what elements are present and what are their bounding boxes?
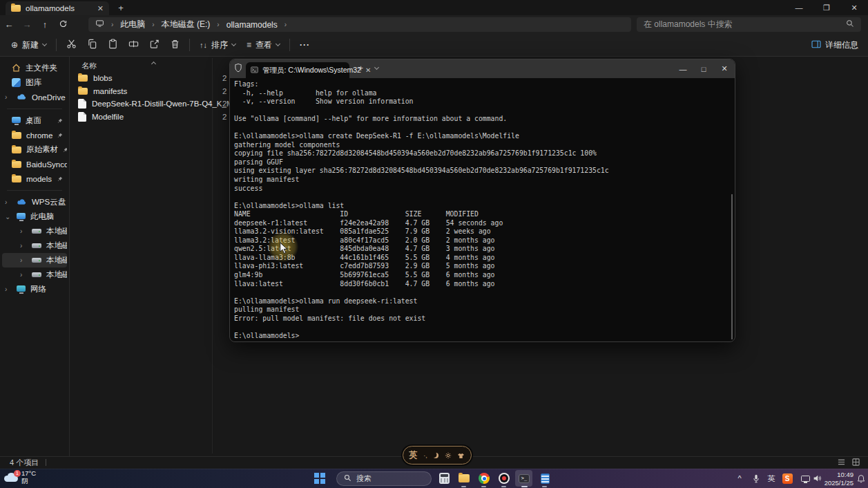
chevron-right-icon[interactable]: › — [20, 242, 27, 250]
tray-time: 10:49 — [820, 471, 853, 479]
details-pane-label: 详细信息 — [825, 39, 858, 51]
terminal-content-area[interactable]: Flags: -h, --help help for ollama -v, --… — [230, 78, 735, 342]
explorer-tab[interactable]: ollamamodels ✕ — [6, 1, 109, 15]
sidebar-item-models[interactable]: models — [2, 171, 67, 186]
chevron-right-icon[interactable]: › — [5, 198, 12, 206]
breadcrumb-folder[interactable]: ollamamodels — [226, 20, 278, 30]
chevron-right-icon[interactable]: › — [20, 271, 27, 279]
terminal-tab[interactable]: 管理员: C:\Windows\System32 ✕ — [246, 62, 349, 78]
terminal-window[interactable]: 管理员: C:\Windows\System32 ✕ + — □ ✕ Flags… — [229, 59, 735, 342]
taskbar-file-explorer[interactable] — [456, 471, 472, 485]
breadcrumb-this-pc[interactable]: 此电脑 — [120, 19, 145, 30]
terminal-titlebar[interactable]: 管理员: C:\Windows\System32 ✕ + — □ ✕ — [230, 59, 735, 78]
sidebar-item-home[interactable]: 主文件夹 — [2, 61, 67, 75]
weather-widget[interactable]: 1 17°C 阴 — [4, 470, 36, 485]
tray-notifications-bell-icon[interactable] — [853, 471, 868, 485]
sidebar-item-chrome[interactable]: chrome — [2, 128, 67, 142]
sort-button-label: 排序 — [211, 39, 228, 51]
pin-icon — [57, 131, 63, 140]
file-date: 2 — [222, 100, 226, 108]
weather-cloud-icon: 1 — [4, 473, 18, 482]
sidebar-item-baidusyncdisk[interactable]: BaiduSyncdisk — [2, 157, 67, 171]
minimize-button[interactable]: — — [785, 0, 813, 15]
view-list-icon[interactable] — [838, 458, 845, 467]
sidebar-item-desktop[interactable]: 桌面 — [2, 113, 67, 128]
toolbar-divider — [189, 39, 190, 51]
copy-icon[interactable] — [81, 39, 102, 52]
ime-skin-shirt-icon[interactable] — [457, 449, 465, 462]
search-icon[interactable] — [846, 19, 854, 30]
forward-button[interactable]: → — [18, 19, 36, 30]
sidebar-item-raw-assets[interactable]: 原始素材 — [2, 142, 67, 157]
cut-icon[interactable] — [61, 39, 81, 52]
close-button[interactable]: ✕ — [840, 0, 868, 15]
start-button[interactable] — [312, 471, 327, 485]
chevron-right-icon[interactable]: › — [20, 227, 27, 235]
ime-language-toggle[interactable]: 英 — [409, 449, 418, 461]
terminal-new-tab-button[interactable]: + — [358, 64, 363, 73]
share-icon[interactable] — [144, 39, 164, 52]
taskbar-recorder[interactable] — [496, 471, 512, 485]
chevron-right-icon[interactable]: › — [5, 93, 12, 101]
breadcrumb-drive[interactable]: 本地磁盘 (E:) — [162, 19, 211, 30]
sidebar-item-gallery[interactable]: 图库 — [2, 75, 67, 90]
terminal-tab-dropdown-icon[interactable] — [374, 65, 379, 70]
view-button[interactable]: ≡ 查看 — [241, 39, 285, 51]
terminal-scrollbar[interactable] — [731, 194, 733, 339]
terminal-tab-close-icon[interactable]: ✕ — [365, 66, 371, 74]
taskbar-notepad[interactable] — [537, 471, 552, 485]
tray-input-language[interactable]: 英 — [764, 471, 779, 485]
terminal-maximize-button[interactable]: □ — [693, 59, 714, 78]
windows-logo-icon — [314, 473, 325, 484]
taskbar-chrome[interactable] — [476, 471, 492, 485]
tray-hidden-icons-button[interactable]: ^ — [732, 471, 747, 485]
view-thumbnails-icon[interactable] — [852, 458, 860, 467]
tray-clock[interactable]: 10:49 2025/1/25 — [820, 471, 853, 487]
sidebar-item-disk-f[interactable]: › 本地磁盘 (F:) — [2, 268, 67, 282]
explorer-search-input[interactable]: 在 ollamamodels 中搜索 — [637, 17, 861, 32]
taskbar-search[interactable]: 搜索 — [336, 471, 432, 486]
chevron-right-icon[interactable]: › — [20, 256, 27, 264]
sidebar-item-this-pc[interactable]: ⌄ 此电脑 — [2, 209, 67, 224]
new-tab-button[interactable]: + — [115, 2, 127, 15]
crumb-chevron-icon: › — [280, 21, 291, 28]
terminal-close-button[interactable]: ✕ — [714, 59, 735, 78]
terminal-minimize-button[interactable]: — — [673, 59, 693, 78]
rename-icon[interactable] — [123, 39, 144, 52]
running-indicator — [481, 486, 486, 488]
details-pane-button[interactable]: 详细信息 — [806, 39, 868, 51]
sidebar-item-disk-c[interactable]: › 本地磁盘 (C:) — [2, 224, 67, 238]
ime-settings-gear-icon[interactable] — [445, 449, 452, 462]
status-divider — [46, 459, 46, 466]
more-options-button[interactable]: ··· — [294, 40, 316, 50]
tray-sogou[interactable]: S — [780, 471, 795, 485]
sidebar-divider — [7, 190, 62, 191]
back-button[interactable]: ← — [0, 19, 18, 30]
maximize-button[interactable]: ❐ — [813, 0, 840, 15]
sidebar-item-onedrive[interactable]: › OneDrive — [2, 90, 67, 104]
sort-arrows-icon: ↑↓ — [200, 41, 207, 49]
tab-close-icon[interactable]: ✕ — [97, 4, 104, 13]
ime-punctuation-icon[interactable]: ·, — [423, 452, 427, 459]
sidebar-item-disk-d[interactable]: › 本地磁盘 (D:) — [2, 238, 67, 253]
up-button[interactable]: ↑ — [36, 19, 54, 30]
sidebar-item-disk-e[interactable]: › 本地磁盘 (E:) — [2, 253, 67, 268]
paste-icon[interactable] — [102, 39, 123, 52]
search-icon — [344, 474, 351, 483]
ime-halfwidth-moon-icon[interactable] — [433, 453, 438, 458]
sidebar-item-wps-cloud[interactable]: › WPS云盘 — [2, 195, 67, 209]
taskbar-calculator[interactable] — [436, 471, 452, 485]
ime-toolbar[interactable]: 英 ·, — [403, 446, 472, 464]
sidebar-item-network[interactable]: › 网络 — [2, 282, 67, 297]
chevron-down-icon — [42, 41, 47, 46]
new-button[interactable]: ⊕ 新建 — [0, 39, 52, 51]
taskbar-terminal[interactable]: >_ — [517, 471, 532, 485]
sort-button[interactable]: ↑↓ 排序 — [194, 39, 241, 51]
chevron-right-icon[interactable]: › — [5, 285, 12, 293]
delete-icon[interactable] — [164, 39, 185, 52]
chevron-down-icon[interactable]: ⌄ — [5, 213, 12, 220]
file-name: blobs — [93, 74, 113, 82]
tray-microphone-icon[interactable] — [749, 471, 764, 485]
refresh-icon[interactable] — [54, 19, 72, 30]
column-header-name[interactable]: 名称 — [81, 61, 97, 71]
